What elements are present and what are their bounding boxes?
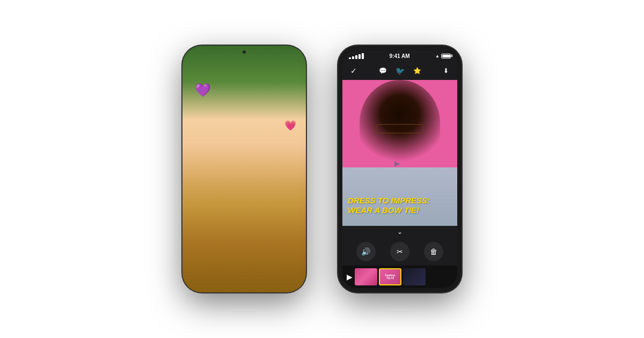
front-camera-1 (243, 50, 246, 54)
person-head (360, 80, 440, 166)
heart-emoji-pink: 💗 (284, 120, 296, 131)
phone-1: 9:41 AM ▲ ✓ 💬 🐦 ⭐ T ♫ 💜 💗 (182, 46, 306, 292)
back-check-icon-2[interactable]: ✓ (348, 65, 360, 77)
battery-2 (441, 54, 451, 58)
bow-tie (394, 159, 405, 165)
status-time-2: 9:41 AM (390, 53, 410, 59)
text-overlay: DRESS TO IMPRESS:WEAR A BOW TIE! (348, 196, 452, 215)
volume-button[interactable]: 🔊 (356, 242, 376, 261)
chevron-down-icon[interactable]: ⌄ (397, 228, 402, 236)
timeline-2: ▶ FashionTip #2 (342, 266, 457, 288)
portrait-area: DRESS TO IMPRESS:WEAR A BOW TIE! (342, 80, 457, 226)
camera-view-2: DRESS TO IMPRESS:WEAR A BOW TIE! (342, 80, 457, 226)
star-icon-2[interactable]: ⭐ (411, 65, 423, 77)
play-button-2[interactable]: ▶ (347, 273, 353, 281)
clip-video-3[interactable] (403, 268, 426, 285)
delete-button[interactable]: 🗑 (424, 242, 443, 261)
chevron-row: ⌄ (342, 226, 457, 238)
fashion-clip-label: FashionTip #2 (385, 274, 395, 280)
clip-video-1[interactable] (355, 268, 377, 285)
overlay-text: DRESS TO IMPRESS:WEAR A BOW TIE! (348, 196, 452, 215)
signal-strength-2 (349, 53, 364, 59)
action-bar: 🔊 ✂ 🗑 (342, 238, 457, 266)
phone-2-screen: 9:41 AM ▲ ✓ 💬 🐦 ⭐ ⬇ (342, 50, 457, 288)
phone-1-screen: 9:41 AM ▲ ✓ 💬 🐦 ⭐ T ♫ 💜 💗 (187, 50, 302, 288)
heart-emoji-purple: 💜 (195, 83, 211, 98)
download-icon[interactable]: ⬇ (440, 65, 452, 77)
clip-thumbnails-2: FashionTip #2 (355, 268, 453, 285)
chat-bubble-icon-2[interactable]: 💬 (377, 65, 389, 77)
phone-2: 9:41 AM ▲ ✓ 💬 🐦 ⭐ ⬇ (338, 46, 462, 292)
status-icons-2: ▲ (435, 54, 451, 58)
front-camera-2 (398, 50, 401, 54)
glasses (376, 124, 424, 134)
trim-button[interactable]: ✂ (390, 242, 409, 261)
effects-icon-2[interactable]: 🐦 (394, 65, 406, 77)
toolbar-2: ✓ 💬 🐦 ⭐ ⬇ (342, 62, 457, 80)
sunflowers (187, 144, 302, 288)
clip-video-fashion[interactable]: FashionTip #2 (379, 268, 401, 285)
wifi-icon-2: ▲ (435, 54, 440, 58)
